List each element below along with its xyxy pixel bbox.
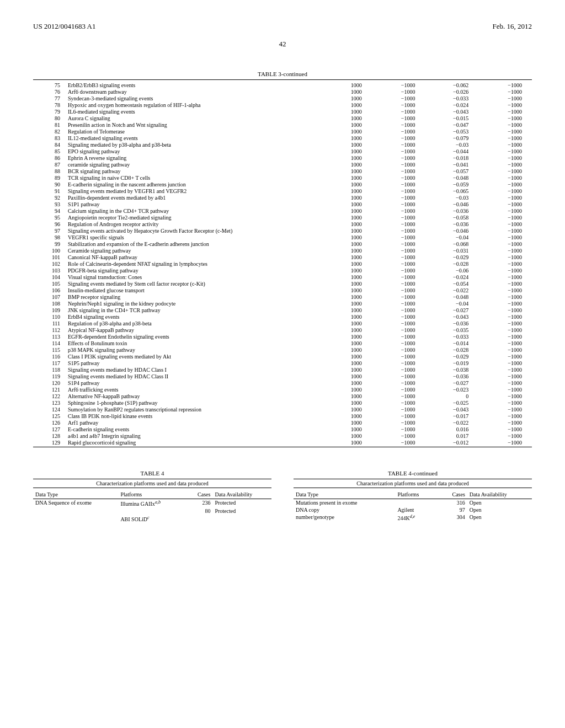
table-row: 115p38 MAPK signaling pathway1000−1000−0… bbox=[33, 346, 532, 353]
table-row: 84Signaling mediated by p38-alpha and p3… bbox=[33, 141, 532, 148]
table-row: 103PDGFR-beta signaling pathway1000−1000… bbox=[33, 267, 532, 274]
table-row: 97Signaling events activated by Hepatocy… bbox=[33, 227, 532, 234]
table4c-title: TABLE 4-continued bbox=[294, 470, 532, 477]
table4-left: TABLE 4 Characterization platforms used … bbox=[33, 470, 271, 523]
t4c-h-avail: Data Availability bbox=[467, 490, 532, 499]
table-row: 110ErbB4 signaling events1000−1000−0.043… bbox=[33, 313, 532, 320]
table-row: 125Class IB PI3K non-lipid kinase events… bbox=[33, 413, 532, 419]
table-row: 116Class I PI3K signaling events mediate… bbox=[33, 353, 532, 360]
table-row: 113EGFR-dependent Endothelin signaling e… bbox=[33, 333, 532, 340]
table-row: 92Paxillin-dependent events mediated by … bbox=[33, 194, 532, 201]
table-row: 107BMP receptor signaling1000−1000−0.048… bbox=[33, 293, 532, 300]
t4-h-dt: Data Type bbox=[33, 490, 118, 499]
table-row: 99Stabilization and expansion of the E-c… bbox=[33, 240, 532, 247]
table-row: 94Calcium signaling in the CD4+ TCR path… bbox=[33, 207, 532, 214]
t4c-h-plat: Platforms bbox=[395, 490, 435, 499]
table-row: DNA Sequence of exomeIllumina GAIIxa,b23… bbox=[33, 499, 271, 508]
table-row: 126Arf1 pathway1000−1000−0.022−1000 bbox=[33, 419, 532, 426]
page-header: US 2012/0041683 A1 Feb. 16, 2012 bbox=[33, 22, 532, 31]
table-row: 86Ephrin A reverse signaling1000−1000−0.… bbox=[33, 154, 532, 161]
patent-date: Feb. 16, 2012 bbox=[493, 22, 532, 31]
table-row: 124Sumoylation by RanBP2 regulates trans… bbox=[33, 406, 532, 413]
table-row: 112Atypical NF-kappaB pathway1000−1000−0… bbox=[33, 326, 532, 333]
table-row: 123Sphingosine 1-phosphate (S1P) pathway… bbox=[33, 399, 532, 406]
table-row: 120S1P4 pathway1000−1000−0.027−1000 bbox=[33, 379, 532, 386]
page-number: 42 bbox=[33, 40, 532, 49]
table-row: 90E-cadherin signaling in the nascent ad… bbox=[33, 181, 532, 188]
table4c-caption: Characterization platforms used and data… bbox=[294, 479, 532, 488]
table-row: 76Arf6 downstream pathway1000−1000−0.026… bbox=[33, 88, 532, 95]
t4-h-avail: Data Availability bbox=[212, 490, 271, 499]
table-row: 87ceramide signaling pathway1000−1000−0.… bbox=[33, 161, 532, 168]
table-row: 117S1P5 pathway1000−1000−0.019−1000 bbox=[33, 360, 532, 366]
table-row: 93S1P1 pathway1000−1000−0.046−1000 bbox=[33, 201, 532, 207]
table-row: 77Syndecan-3-mediated signaling events10… bbox=[33, 95, 532, 101]
table-row: 89TCR signaling in naive CD8+ T cells100… bbox=[33, 174, 532, 181]
table-row: 80Protected bbox=[33, 507, 271, 515]
table-row: ABI SOLiDc bbox=[33, 515, 271, 523]
table-row: 121Arf6 trafficking events1000−1000−0.02… bbox=[33, 386, 532, 393]
t4-h-cases: Cases bbox=[180, 490, 212, 499]
table-row: 128a4b1 and a4b7 Integrin signaling1000−… bbox=[33, 432, 532, 439]
table-row: 114Effects of Botulinum toxin1000−1000−0… bbox=[33, 340, 532, 346]
table-row: 85EPO signaling pathway1000−1000−0.044−1… bbox=[33, 148, 532, 154]
table-row: 75ErbB2/ErbB3 signaling events1000−1000−… bbox=[33, 82, 532, 88]
table4-caption: Characterization platforms used and data… bbox=[33, 479, 271, 488]
table-row: 78Hypoxic and oxygen homeostasis regulat… bbox=[33, 101, 532, 108]
table-row: 122Alternative NF-kappaB pathway1000−100… bbox=[33, 393, 532, 399]
table-row: 91Signaling events mediated by VEGFR1 an… bbox=[33, 188, 532, 194]
patent-id: US 2012/0041683 A1 bbox=[33, 22, 95, 31]
table-row: 109JNK signaling in the CD4+ TCR pathway… bbox=[33, 307, 532, 313]
table4-right: TABLE 4-continued Characterization platf… bbox=[294, 470, 532, 523]
table3-title: TABLE 3-continued bbox=[33, 71, 532, 77]
table-row: 105Signaling events mediated by Stem cel… bbox=[33, 280, 532, 287]
table-row: 88BCR signaling pathway1000−1000−0.057−1… bbox=[33, 168, 532, 174]
table-row: 81Presenilin action in Notch and Wnt sig… bbox=[33, 121, 532, 128]
table4-title: TABLE 4 bbox=[33, 470, 271, 477]
t4c-h-cases: Cases bbox=[435, 490, 467, 499]
table-row: 101Canonical NF-kappaB pathway1000−1000−… bbox=[33, 254, 532, 260]
table-row: 100Ceramide signaling pathway1000−1000−0… bbox=[33, 247, 532, 254]
table-row: 98VEGFR1 specific signals1000−1000−0.04−… bbox=[33, 234, 532, 240]
t4-h-plat: Platforms bbox=[118, 490, 180, 499]
table-row: 96Regulation of Androgen receptor activi… bbox=[33, 221, 532, 227]
table-row: DNA copyAgilent97Open bbox=[294, 506, 532, 513]
table-row: 129Rapid glucocorticoid signaling1000−10… bbox=[33, 439, 532, 446]
table-row: 82Regulation of Telomerase1000−1000−0.05… bbox=[33, 128, 532, 135]
table-row: number/genotype244Kd,e304Open bbox=[294, 513, 532, 522]
table-row: 118Signaling events mediated by HDAC Cla… bbox=[33, 366, 532, 373]
table3: 75ErbB2/ErbB3 signaling events1000−1000−… bbox=[33, 82, 532, 446]
table-row: 111Regulation of p38-alpha and p38-beta1… bbox=[33, 320, 532, 326]
table-row: 95Angiopoietin receptor Tie2-mediated si… bbox=[33, 214, 532, 221]
table-row: 104Visual signal transduction: Cones1000… bbox=[33, 274, 532, 280]
t4c-h-dt: Data Type bbox=[294, 490, 395, 499]
table-row: 102Role of Calcineurin-dependent NFAT si… bbox=[33, 260, 532, 267]
table-row: 80Aurora C signaling1000−1000−0.015−1000 bbox=[33, 115, 532, 121]
table-row: 119Signaling events mediated by HDAC Cla… bbox=[33, 373, 532, 379]
table-row: 108Nephrin/Neph1 signaling in the kidney… bbox=[33, 300, 532, 307]
table-row: 106Insulin-mediated glucose transport100… bbox=[33, 287, 532, 293]
table-row: 127E-cadherin signaling events1000−10000… bbox=[33, 426, 532, 432]
table-row: 79IL6-mediated signaling events1000−1000… bbox=[33, 108, 532, 115]
table-row: 83IL12-mediated signaling events1000−100… bbox=[33, 135, 532, 141]
table-row: Mutations present in exome316Open bbox=[294, 499, 532, 507]
